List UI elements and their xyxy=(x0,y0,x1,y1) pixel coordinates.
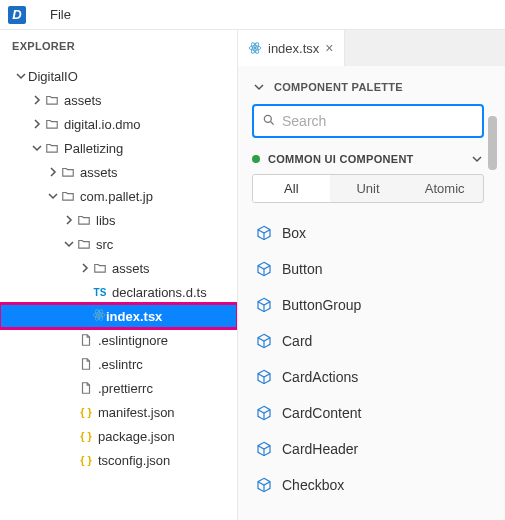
tree-label: digital.io.dmo xyxy=(64,117,141,132)
tree-row-eslintrc[interactable]: .eslintrc xyxy=(0,352,237,376)
chevron-down-icon xyxy=(30,141,44,155)
component-item-cardactions[interactable]: CardActions xyxy=(252,359,484,395)
svg-point-0 xyxy=(98,313,100,315)
cube-icon xyxy=(256,405,272,421)
chevron-down-icon xyxy=(14,69,28,83)
section-title: COMMON UI COMPONENT xyxy=(268,153,462,165)
tree-row-com[interactable]: com.pallet.jp xyxy=(0,184,237,208)
component-item-cardheader[interactable]: CardHeader xyxy=(252,431,484,467)
segment-atomic[interactable]: Atomic xyxy=(406,175,483,202)
component-label: Checkbox xyxy=(282,477,344,493)
cube-icon xyxy=(256,477,272,493)
app-logo: D xyxy=(8,6,26,24)
file-icon xyxy=(78,332,94,348)
status-dot-icon xyxy=(252,155,260,163)
svg-point-8 xyxy=(264,115,271,122)
cube-icon xyxy=(256,297,272,313)
search-icon xyxy=(262,113,276,130)
chevron-right-icon xyxy=(30,117,44,131)
scroll-thumb[interactable] xyxy=(488,116,497,170)
tree-label: Palletizing xyxy=(64,141,123,156)
component-item-cardcontent[interactable]: CardContent xyxy=(252,395,484,431)
folder-icon xyxy=(76,236,92,252)
tree-label: DigitalIO xyxy=(28,69,78,84)
chevron-down-icon xyxy=(62,237,76,251)
tab-index-tsx[interactable]: index.tsx × xyxy=(238,30,345,66)
tree-label: assets xyxy=(80,165,118,180)
cube-icon xyxy=(256,441,272,457)
tree-row-libs[interactable]: libs xyxy=(0,208,237,232)
react-icon xyxy=(92,308,106,325)
component-item-buttongroup[interactable]: ButtonGroup xyxy=(252,287,484,323)
tree-label: index.tsx xyxy=(106,309,162,324)
scrollbar[interactable] xyxy=(488,80,497,520)
folder-icon xyxy=(60,188,76,204)
component-item-card[interactable]: Card xyxy=(252,323,484,359)
react-icon xyxy=(248,41,262,55)
segment-all[interactable]: All xyxy=(253,175,330,202)
tree-row-prettierrc[interactable]: .prettierrc xyxy=(0,376,237,400)
component-item-box[interactable]: Box xyxy=(252,215,484,251)
tree-label: libs xyxy=(96,213,116,228)
chevron-down-icon xyxy=(46,189,60,203)
tree-row-p-assets[interactable]: assets xyxy=(0,160,237,184)
component-palette-panel: COMPONENT PALETTE COMMON UI COMPONENT Al… xyxy=(238,66,505,520)
cube-icon xyxy=(256,369,272,385)
tree-row-manifest[interactable]: { } manifest.json xyxy=(0,400,237,424)
component-label: Box xyxy=(282,225,306,241)
tree-row-palletizing[interactable]: Palletizing xyxy=(0,136,237,160)
tree-row-index-tsx[interactable]: index.tsx xyxy=(0,304,237,328)
palette-header[interactable]: COMPONENT PALETTE xyxy=(252,80,484,94)
component-item-checkbox[interactable]: Checkbox xyxy=(252,467,484,503)
titlebar: D File xyxy=(0,0,505,30)
tree-row-src[interactable]: src xyxy=(0,232,237,256)
tree-row-assets[interactable]: assets xyxy=(0,88,237,112)
chevron-right-icon xyxy=(62,213,76,227)
tree-row-declarations[interactable]: TS declarations.d.ts xyxy=(0,280,237,304)
close-icon[interactable]: × xyxy=(325,41,333,55)
svg-point-4 xyxy=(254,47,256,49)
menu-file[interactable]: File xyxy=(42,3,79,26)
tree-row-root[interactable]: DigitalIO xyxy=(0,64,237,88)
search-box[interactable] xyxy=(252,104,484,138)
tree-row-eslintignore[interactable]: .eslintignore xyxy=(0,328,237,352)
explorer-title: EXPLORER xyxy=(0,30,237,58)
component-label: Card xyxy=(282,333,312,349)
tree-label: manifest.json xyxy=(98,405,175,420)
folder-icon xyxy=(76,212,92,228)
sidebar: EXPLORER DigitalIO assets digital.io.dmo… xyxy=(0,30,238,520)
folder-icon xyxy=(60,164,76,180)
main-area: EXPLORER DigitalIO assets digital.io.dmo… xyxy=(0,30,505,520)
tab-strip: index.tsx × xyxy=(238,30,505,66)
tree-label: assets xyxy=(112,261,150,276)
tree-label: com.pallet.jp xyxy=(80,189,153,204)
component-label: CardContent xyxy=(282,405,361,421)
tree-row-tsconfig[interactable]: { } tsconfig.json xyxy=(0,448,237,472)
tree-label: assets xyxy=(64,93,102,108)
tree-row-dmo[interactable]: digital.io.dmo xyxy=(0,112,237,136)
file-tree: DigitalIO assets digital.io.dmo Palletiz… xyxy=(0,58,237,520)
editor-panel: index.tsx × COMPONENT PALETTE COMMON UI … xyxy=(238,30,505,520)
segment-unit[interactable]: Unit xyxy=(330,175,407,202)
component-item-button[interactable]: Button xyxy=(252,251,484,287)
chevron-down-icon xyxy=(470,152,484,166)
tree-row-src-assets[interactable]: assets xyxy=(0,256,237,280)
json-icon: { } xyxy=(78,428,94,444)
cube-icon xyxy=(256,261,272,277)
json-icon: { } xyxy=(78,452,94,468)
tab-label: index.tsx xyxy=(268,41,319,56)
component-label: Button xyxy=(282,261,322,277)
tree-label: declarations.d.ts xyxy=(112,285,207,300)
chevron-right-icon xyxy=(46,165,60,179)
folder-icon xyxy=(92,260,108,276)
cube-icon xyxy=(256,333,272,349)
chevron-right-icon xyxy=(30,93,44,107)
typescript-icon: TS xyxy=(92,284,108,300)
tree-label: tsconfig.json xyxy=(98,453,170,468)
tree-row-package[interactable]: { } package.json xyxy=(0,424,237,448)
folder-icon xyxy=(44,116,60,132)
search-input[interactable] xyxy=(282,113,474,129)
tree-label: .eslintignore xyxy=(98,333,168,348)
section-header[interactable]: COMMON UI COMPONENT xyxy=(252,152,484,166)
segment-control: All Unit Atomic xyxy=(252,174,484,203)
